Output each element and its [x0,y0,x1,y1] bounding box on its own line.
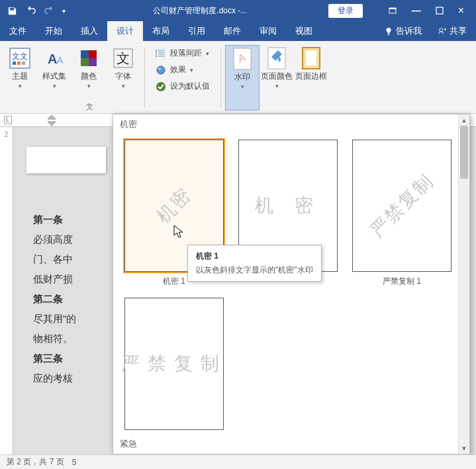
tooltip: 机密 1 以灰色斜排文字显示的"机密"水印 [187,245,322,282]
chevron-down-icon: ▾ [87,83,91,89]
document-line[interactable]: 应的考核 [33,368,106,388]
indent-marker-icon[interactable] [46,115,57,126]
svg-rect-8 [22,62,25,65]
scrollbar[interactable]: ▲ ▼ [458,114,469,454]
themes-icon: 文文 [8,46,32,70]
document-line[interactable]: 门、各中 [33,249,106,269]
tab-home[interactable]: 开始 [36,21,71,41]
watermark-thumbnail: 严禁复制 [124,298,224,430]
watermark-option[interactable]: 严禁复制严禁复制 1 [350,140,453,287]
tab-design[interactable]: 设计 [107,21,143,41]
fonts-icon: 文 [111,46,135,70]
document-line[interactable]: 低财产损 [33,269,106,289]
effects-button[interactable]: 效果 ▾ [153,63,213,77]
paragraph-spacing-icon [156,48,166,59]
gallery-section-header: 机密 [113,114,469,134]
chevron-down-icon: ▾ [19,83,22,89]
style-sets-button[interactable]: AA 样式集▾ [37,45,71,110]
themes-button[interactable]: 文文 主题▾ [3,45,37,110]
scroll-up-icon[interactable]: ▲ [459,114,469,126]
page-color-button[interactable]: 页面颜色▾ [260,45,294,110]
chevron-down-icon: ▾ [275,83,279,89]
fonts-label: 字体 [115,71,131,81]
svg-text:文文: 文文 [12,52,28,61]
effects-icon [156,65,166,75]
fonts-button[interactable]: 文 字体▾ [106,45,140,110]
chevron-down-icon: ▾ [206,50,209,57]
document-line[interactable]: 第一条 [33,210,106,230]
style-sets-icon: AA [42,46,66,70]
paragraph-spacing-label: 段落间距 [170,48,202,59]
chevron-down-icon: ▾ [53,83,56,89]
tab-layout[interactable]: 布局 [143,21,179,41]
tab-insert[interactable]: 插入 [71,21,107,41]
document-line[interactable]: 物相符。 [33,329,106,349]
gallery-items: 机密机密 1机 密严禁复制严禁复制 1严禁复制严禁复制 2 [113,134,469,450]
tooltip-title: 机密 1 [196,251,313,262]
scroll-thumb[interactable] [460,126,468,179]
page-color-icon [265,46,289,70]
document-line[interactable]: 第二条 [33,289,106,309]
ribbon-tabs: 文件 开始 插入 设计 布局 引用 邮件 审阅 视图 告诉我 共享 [0,21,476,41]
scroll-down-icon[interactable]: ▼ [459,443,469,454]
tell-me[interactable]: 告诉我 [377,25,428,37]
ruler-vertical[interactable]: 2 [0,127,13,454]
svg-rect-2 [436,7,443,14]
close-icon[interactable]: × [458,5,464,17]
tab-references[interactable]: 引用 [179,21,214,41]
undo-icon[interactable] [25,5,36,16]
page-color-label: 页面颜色 [261,71,293,81]
chevron-down-icon: ▾ [122,83,125,89]
login-button[interactable]: 登录 [328,4,363,18]
tooltip-body: 以灰色斜排文字显示的"机密"水印 [196,265,313,276]
svg-point-17 [157,66,165,74]
document-page-fragment[interactable] [26,147,106,173]
ribbon-display-icon[interactable] [388,6,397,15]
svg-point-18 [158,67,161,70]
document-line[interactable]: 尽其用"的 [33,309,106,329]
qat-dropdown-icon[interactable]: ▾ [62,7,66,15]
check-icon [156,81,166,92]
themes-label: 主题 [12,71,28,81]
share-button[interactable]: 共享 [428,25,476,37]
paragraph-spacing-button[interactable]: 段落间距 ▾ [153,46,213,60]
word-count[interactable]: 5 [72,458,77,467]
watermark-gallery: 机密 机密机密 1机 密严禁复制严禁复制 1严禁复制严禁复制 2 紧急 ▲ ▼ [113,114,470,454]
tab-view[interactable]: 视图 [286,21,322,41]
maximize-icon[interactable] [436,7,444,15]
page-borders-label: 页面边框 [295,71,327,81]
style-sets-label: 样式集 [42,71,66,81]
page-borders-button[interactable]: 页面边框 [294,45,328,110]
document-text[interactable]: 第一条必须高度门、各中低财产损第二条尽其用"的物相符。第三条应的考核 [33,210,106,388]
watermark-button[interactable]: A 水印▾ [225,45,260,110]
svg-rect-6 [13,62,16,65]
svg-point-3 [440,28,443,32]
gallery-section-footer: 紧急 [113,434,458,454]
svg-rect-7 [17,62,21,65]
colors-button[interactable]: 颜色▾ [71,45,106,110]
document-line[interactable]: 必须高度 [33,230,106,249]
redo-icon[interactable] [44,5,54,16]
watermark-preview-text: 机 密 [255,193,321,218]
svg-rect-11 [81,50,89,58]
tell-me-label: 告诉我 [396,25,422,37]
page-indicator[interactable]: 第 2 页，共 7 页 [7,456,64,468]
tab-file[interactable]: 文件 [0,21,36,41]
minimize-icon[interactable]: — [412,5,421,16]
save-icon[interactable] [7,5,17,16]
title-bar: ▾ 公司财产管理制度.docx -... 登录 — × [0,0,476,21]
tab-selector[interactable]: L [4,116,12,124]
set-default-button[interactable]: 设为默认值 [153,79,213,93]
document-title: 公司财产管理制度.docx -... [72,5,328,17]
set-default-label: 设为默认值 [170,81,210,92]
ribbon-group-label: 文 [86,102,93,112]
tab-review[interactable]: 审阅 [250,21,286,41]
tab-mailings[interactable]: 邮件 [214,21,250,41]
watermark-label: 水印 [234,72,250,81]
chevron-down-icon: ▾ [190,67,193,73]
status-bar: 第 2 页，共 7 页 5 [0,454,476,469]
watermark-option[interactable]: 严禁复制严禁复制 2 [122,298,226,445]
svg-text:文: 文 [117,51,130,65]
svg-text:A: A [57,55,64,65]
document-line[interactable]: 第三条 [33,349,106,368]
